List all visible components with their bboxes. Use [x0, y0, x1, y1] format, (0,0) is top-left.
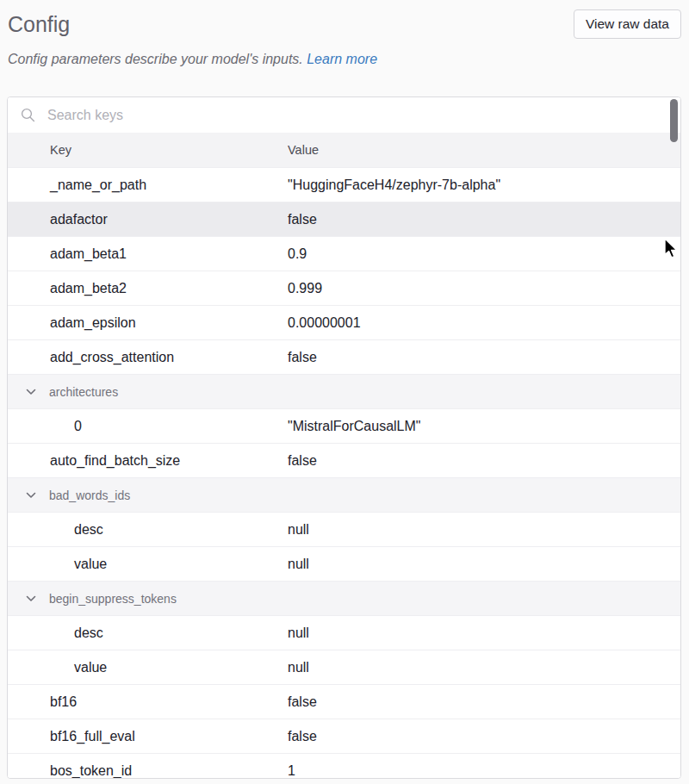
row-value: false: [288, 453, 680, 469]
row-value: "MistralForCausalLM": [288, 419, 680, 434]
row-value: "HuggingFaceH4/zephyr-7b-alpha": [288, 177, 680, 193]
table-row: value null: [8, 650, 680, 684]
page-header: Config View raw data: [0, 0, 689, 39]
search-keys-input[interactable]: [46, 107, 597, 124]
table-row: 0 "MistralForCausalLM": [8, 408, 680, 443]
table-row: bf16_full_eval false: [8, 719, 680, 753]
row-value: 1: [288, 763, 680, 779]
row-value: 0.9: [288, 246, 680, 262]
row-key: add_cross_attention: [8, 350, 288, 365]
table-row: bos_token_id 1: [8, 753, 680, 779]
row-key: bf16: [8, 694, 288, 710]
row-value: null: [288, 660, 680, 675]
row-value: false: [288, 350, 680, 365]
value-column-header: Value: [288, 143, 680, 157]
row-value: false: [288, 694, 680, 710]
table-row: adam_epsilon 0.00000001: [8, 305, 680, 339]
table-row: desc null: [8, 615, 680, 650]
group-row[interactable]: bad_words_ids: [8, 477, 680, 512]
row-value: null: [288, 557, 680, 572]
table-row: desc null: [8, 512, 680, 546]
search-bar: [8, 97, 680, 133]
row-key: auto_find_batch_size: [8, 453, 288, 469]
chevron-down-icon[interactable]: [26, 595, 36, 602]
group-row[interactable]: architectures: [8, 374, 680, 408]
search-icon: [21, 108, 35, 122]
row-key: bos_token_id: [8, 763, 288, 779]
row-key: 0: [8, 419, 288, 434]
row-key: desc: [8, 625, 288, 641]
config-panel: Key Value _name_or_path "HuggingFaceH4/z…: [7, 96, 681, 779]
group-row[interactable]: begin_suppress_tokens: [8, 581, 680, 615]
row-key: bf16_full_eval: [8, 729, 288, 744]
table-row: adam_beta2 0.999: [8, 271, 680, 305]
table-header: Key Value: [8, 133, 680, 167]
row-key: adafactor: [8, 212, 288, 227]
row-value: 0.999: [288, 281, 680, 296]
config-description-text: Config parameters describe your model's …: [8, 52, 307, 66]
table-row: value null: [8, 546, 680, 581]
group-label: architectures: [49, 385, 118, 399]
chevron-down-icon[interactable]: [26, 389, 36, 395]
row-key: adam_beta1: [8, 246, 288, 262]
learn-more-link[interactable]: Learn more: [307, 52, 377, 66]
row-value: null: [288, 625, 680, 641]
key-column-header: Key: [8, 143, 288, 157]
table-row: adam_beta1 0.9: [8, 236, 680, 271]
row-key: adam_beta2: [8, 281, 288, 296]
row-key: desc: [8, 522, 288, 538]
group-label: bad_words_ids: [49, 488, 130, 502]
group-label: begin_suppress_tokens: [49, 592, 177, 606]
row-key: adam_epsilon: [8, 315, 288, 331]
config-table-body: _name_or_path "HuggingFaceH4/zephyr-7b-a…: [8, 167, 680, 779]
table-row: auto_find_batch_size false: [8, 443, 680, 477]
page-title: Config: [8, 11, 70, 37]
view-raw-data-button[interactable]: View raw data: [574, 9, 681, 39]
row-key: value: [8, 660, 288, 675]
table-row: add_cross_attention false: [8, 339, 680, 374]
scrollbar-thumb[interactable]: [670, 99, 678, 142]
row-value: false: [288, 212, 680, 227]
table-row: adafactor false: [8, 202, 680, 236]
config-description: Config parameters describe your model's …: [8, 52, 681, 67]
row-value: 0.00000001: [288, 315, 680, 331]
table-row: _name_or_path "HuggingFaceH4/zephyr-7b-a…: [8, 167, 680, 202]
row-key: _name_or_path: [8, 177, 288, 193]
row-value: null: [288, 522, 680, 538]
row-value: false: [288, 729, 680, 744]
table-row: bf16 false: [8, 684, 680, 719]
chevron-down-icon[interactable]: [26, 492, 36, 499]
row-key: value: [8, 557, 288, 572]
